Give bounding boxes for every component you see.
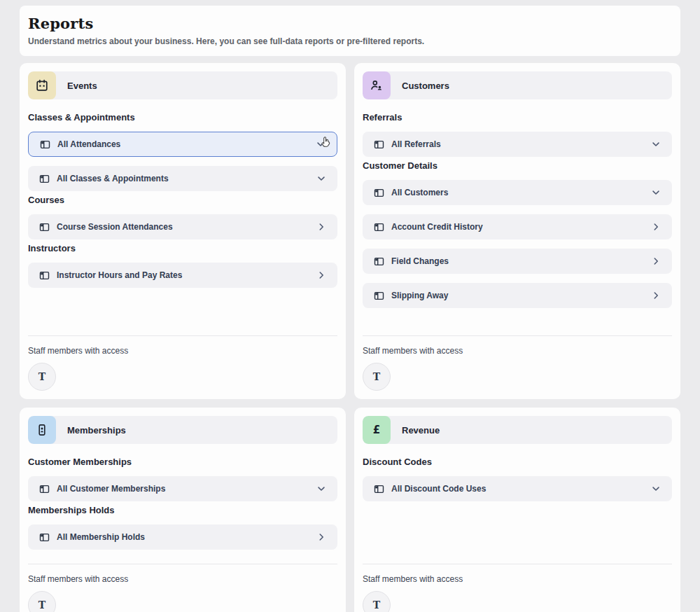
section-classes-appointments: Classes & Appointments All Attendances A… — [28, 112, 337, 191]
report-row-course-session-attendances[interactable]: Course Session Attendances — [28, 214, 337, 239]
table-icon — [39, 484, 50, 494]
report-row-label: All Referrals — [391, 139, 651, 149]
card-header: Events — [28, 71, 337, 99]
divider — [363, 564, 672, 564]
report-cards-grid: Events Classes & Appointments All Attend… — [20, 63, 680, 612]
section-discount-codes: Discount Codes All Discount Code Uses — [363, 457, 672, 501]
staff-avatar[interactable]: T — [28, 591, 56, 612]
pound-icon: £ — [363, 416, 391, 444]
staff-access-label: Staff members with access — [363, 574, 672, 584]
report-row-all-customers[interactable]: All Customers — [363, 180, 672, 205]
section-heading: Customer Memberships — [28, 457, 337, 467]
section-rows: All Referrals — [363, 132, 672, 157]
section-rows: Instructor Hours and Pay Rates — [28, 263, 337, 288]
card-header: £ Revenue — [363, 416, 672, 444]
table-icon — [40, 139, 50, 150]
report-row-label: All Classes & Appointments — [57, 174, 316, 183]
section-heading: Instructors — [28, 243, 337, 253]
section-courses: Courses Course Session Attendances — [28, 195, 337, 239]
report-row-label: Instructor Hours and Pay Rates — [57, 270, 316, 280]
card-title: Memberships — [67, 425, 126, 436]
reports-page: Reports Understand metrics about your bu… — [0, 0, 700, 612]
section-rows: All Customers Account Credit History Fie… — [363, 180, 672, 308]
card-memberships: Memberships Customer Memberships All Cus… — [20, 408, 346, 612]
avatar-initial: T — [38, 599, 46, 611]
report-row-label: All Attendances — [57, 139, 316, 149]
card-sections: Customer Memberships All Customer Member… — [28, 444, 337, 550]
chevron-down-icon — [651, 139, 661, 149]
staff-avatar[interactable]: T — [28, 363, 56, 391]
card-title: Customers — [402, 81, 449, 91]
report-row-all-membership-holds[interactable]: All Membership Holds — [28, 524, 337, 550]
report-row-label: All Discount Code Uses — [391, 484, 651, 494]
report-row-all-customer-memberships[interactable]: All Customer Memberships — [28, 476, 337, 501]
report-row-field-changes[interactable]: Field Changes — [363, 249, 672, 274]
table-icon — [374, 188, 384, 198]
report-row-account-credit-history[interactable]: Account Credit History — [363, 214, 672, 239]
customers-icon — [363, 71, 391, 99]
card-events: Events Classes & Appointments All Attend… — [20, 63, 346, 399]
report-row-label: All Membership Holds — [57, 532, 316, 542]
section-referrals: Referrals All Referrals — [363, 112, 672, 157]
staff-avatar[interactable]: T — [363, 363, 391, 391]
calendar-icon — [28, 71, 56, 99]
table-icon — [39, 270, 50, 281]
table-icon — [374, 291, 384, 301]
table-icon — [374, 139, 384, 150]
report-row-all-referrals[interactable]: All Referrals — [363, 132, 672, 157]
section-rows: All Discount Code Uses — [363, 476, 672, 501]
avatar-initial: T — [373, 371, 380, 382]
card-header: Memberships — [28, 416, 337, 444]
table-icon — [374, 256, 384, 267]
report-row-slipping-away[interactable]: Slipping Away — [363, 283, 672, 308]
divider — [363, 335, 672, 336]
report-row-instructor-hours-and-pay-rates[interactable]: Instructor Hours and Pay Rates — [28, 263, 337, 288]
page-title: Reports — [28, 15, 672, 32]
report-row-label: All Customer Memberships — [57, 484, 316, 494]
table-icon — [39, 532, 50, 543]
section-customer-details: Customer Details All Customers Account C… — [363, 160, 672, 308]
chevron-right-icon — [651, 222, 661, 232]
report-row-all-attendances[interactable]: All Attendances — [28, 132, 337, 157]
avatar-initial: T — [38, 371, 46, 382]
membership-card-icon — [28, 416, 56, 444]
page-subtitle: Understand metrics about your business. … — [28, 36, 672, 46]
section-heading: Memberships Holds — [28, 505, 337, 515]
table-icon — [39, 222, 50, 232]
section-heading: Classes & Appointments — [28, 112, 337, 123]
section-rows: Course Session Attendances — [28, 214, 337, 239]
card-sections: Discount Codes All Discount Code Uses — [363, 444, 672, 501]
section-instructors: Instructors Instructor Hours and Pay Rat… — [28, 243, 337, 288]
card-title: Revenue — [402, 425, 440, 436]
avatar-initial: T — [373, 599, 380, 611]
page-header-card: Reports Understand metrics about your bu… — [20, 6, 680, 56]
card-customers: Customers Referrals All Referrals Custom… — [354, 63, 680, 399]
section-customer-memberships: Customer Memberships All Customer Member… — [28, 457, 337, 501]
staff-access-label: Staff members with access — [363, 346, 672, 356]
card-sections: Referrals All Referrals Customer Details… — [363, 99, 672, 308]
section-heading: Referrals — [363, 112, 672, 123]
section-heading: Customer Details — [363, 160, 672, 171]
report-row-all-classes-appointments[interactable]: All Classes & Appointments — [28, 166, 337, 191]
section-memberships-holds: Memberships Holds All Membership Holds — [28, 505, 337, 550]
table-icon — [374, 484, 384, 494]
report-row-label: Field Changes — [391, 256, 651, 266]
report-row-label: Course Session Attendances — [57, 222, 316, 232]
section-rows: All Membership Holds — [28, 524, 337, 550]
chevron-right-icon — [316, 222, 326, 232]
card-header: Customers — [363, 71, 672, 99]
chevron-right-icon — [651, 256, 661, 266]
section-heading: Discount Codes — [363, 457, 672, 467]
card-title: Events — [67, 81, 97, 91]
chevron-down-icon — [316, 484, 326, 494]
report-row-all-discount-code-uses[interactable]: All Discount Code Uses — [363, 476, 672, 501]
chevron-right-icon — [651, 291, 661, 300]
chevron-down-icon — [316, 139, 326, 149]
chevron-down-icon — [651, 484, 661, 494]
staff-avatar[interactable]: T — [363, 591, 391, 612]
chevron-down-icon — [316, 174, 326, 183]
table-icon — [374, 222, 384, 232]
staff-access-label: Staff members with access — [28, 346, 337, 356]
report-row-label: Account Credit History — [391, 222, 651, 232]
section-rows: All Customer Memberships — [28, 476, 337, 501]
